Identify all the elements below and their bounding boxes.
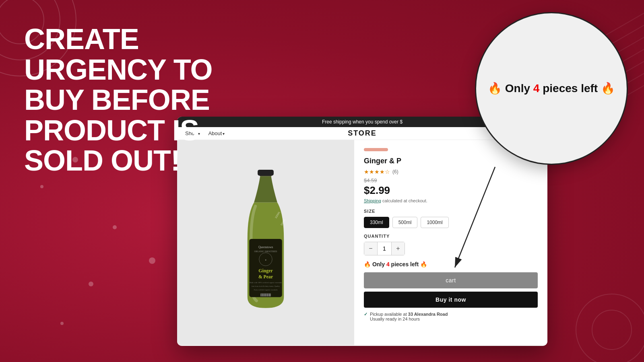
urgency-text-after: pieces left bbox=[391, 261, 420, 267]
pickup-info: ✓ Pickup available at 33 Alexandra Road … bbox=[364, 312, 538, 321]
shipping-note: Shipping calculated at checkout. bbox=[364, 198, 538, 203]
dot-4 bbox=[89, 282, 93, 286]
review-count: (6) bbox=[392, 169, 398, 175]
banner-text: Free shipping when you spend over $ bbox=[322, 119, 402, 125]
buy-now-label: Buy it now bbox=[436, 296, 466, 303]
svg-text:Ginger: Ginger bbox=[258, 268, 272, 274]
dot-3 bbox=[40, 185, 43, 188]
headline-line2: BUY BEFORE PRODUCT IS bbox=[24, 84, 210, 146]
callout-circle: 🔥 Only 4 pieces left 🔥 bbox=[475, 12, 628, 165]
urgency-number: 4 bbox=[386, 261, 390, 267]
callout-number: 4 bbox=[533, 82, 540, 95]
qty-minus-btn[interactable]: − bbox=[364, 242, 377, 255]
dot-6 bbox=[60, 322, 64, 325]
store-logo: STORE bbox=[348, 129, 377, 138]
dot-5 bbox=[149, 257, 155, 264]
product-details: Ginger & P ★★★★☆ (6) $4.59 $2.99 Shippin… bbox=[354, 140, 547, 345]
qty-plus-btn[interactable]: + bbox=[392, 242, 405, 255]
urgency-bar-indicator bbox=[364, 148, 388, 151]
headline-line3: SOLD OUT! bbox=[24, 144, 180, 177]
svg-text:ORGANIC SMOOTHIES: ORGANIC SMOOTHIES bbox=[254, 250, 277, 253]
svg-text:& Pear: & Pear bbox=[258, 274, 273, 280]
headline-text: CREATE URGENCY TO BUY BEFORE PRODUCT IS … bbox=[24, 24, 258, 176]
svg-text:fruit from fresh & dairy farms: fruit from fresh & dairy farms. Quality bbox=[252, 285, 280, 287]
callout-fire-right: 🔥 bbox=[601, 82, 615, 95]
product-name: Ginger & P bbox=[364, 157, 538, 165]
size-label: SIZE bbox=[364, 209, 538, 214]
shipping-text: calculated at checkout. bbox=[382, 198, 427, 203]
size-330ml[interactable]: 330ml bbox=[364, 217, 389, 228]
sale-price: $2.99 bbox=[364, 184, 538, 197]
callout-text: 🔥 Only 4 pieces left 🔥 bbox=[488, 81, 615, 96]
pickup-checkmark: ✓ bbox=[364, 312, 367, 317]
svg-text:Queenstown: Queenstown bbox=[258, 246, 273, 249]
buy-now-button[interactable]: Buy it now bbox=[364, 292, 538, 308]
callout-fire-left: 🔥 bbox=[488, 82, 502, 95]
size-1000ml[interactable]: 1000ml bbox=[421, 217, 448, 228]
dot-2 bbox=[113, 225, 117, 229]
pickup-subtext: Usually ready in 24 hours bbox=[370, 317, 420, 321]
svg-rect-1 bbox=[258, 170, 274, 175]
svg-text:Forty certified organic essent: Forty certified organic essentials bbox=[254, 289, 278, 291]
deco-circle-br-2 bbox=[576, 294, 644, 362]
size-500ml[interactable]: 500ml bbox=[392, 217, 418, 228]
headline-line1: CREATE URGENCY TO bbox=[24, 23, 212, 86]
qty-value: 1 bbox=[377, 242, 392, 255]
qty-label: QUANTITY bbox=[364, 234, 538, 239]
headline-section: CREATE URGENCY TO BUY BEFORE PRODUCT IS … bbox=[24, 24, 258, 176]
add-cart-label: cart bbox=[446, 277, 456, 284]
urgency-fire-right: 🔥 bbox=[420, 261, 427, 267]
urgency-message: 🔥 Only 4 pieces left 🔥 bbox=[364, 261, 538, 267]
product-bottle-svg: Queenstown ORGANIC SMOOTHIES ★ Ginger & … bbox=[233, 166, 298, 319]
product-rating: ★★★★☆ (6) bbox=[364, 169, 538, 175]
callout-pieces: pieces left bbox=[543, 82, 598, 95]
size-options: 330ml 500ml 1000ml bbox=[364, 217, 538, 228]
urgency-fire-left: 🔥 bbox=[364, 261, 371, 267]
svg-text:Made with 100% certified organ: Made with 100% certified organic essenti… bbox=[250, 282, 282, 284]
qty-control: − 1 + bbox=[364, 242, 405, 255]
star-rating: ★★★★☆ bbox=[364, 169, 390, 175]
original-price: $4.59 bbox=[364, 177, 538, 183]
shipping-link[interactable]: Shipping bbox=[364, 198, 381, 203]
pickup-text: Pickup available at bbox=[370, 312, 408, 317]
callout-only: Only bbox=[505, 82, 533, 95]
pickup-location: 33 Alexandra Road bbox=[408, 312, 448, 317]
add-to-cart-button[interactable]: cart bbox=[364, 272, 538, 288]
urgency-text-before: Only bbox=[372, 261, 386, 267]
